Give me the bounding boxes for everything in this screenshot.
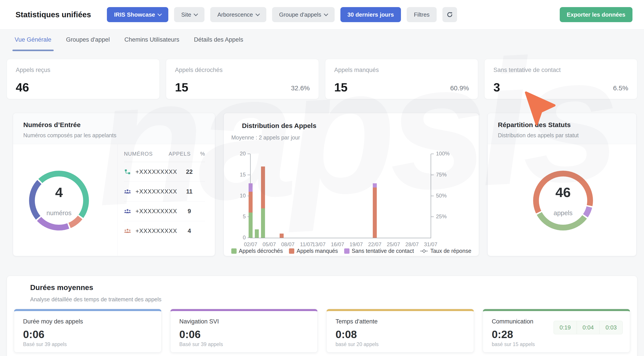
line-diamond-marker (420, 249, 428, 253)
duration-note: Basé sur 39 appels (180, 341, 223, 347)
call-group-filter-label: Groupe d'appels (279, 11, 321, 18)
y-axis-tick-right: 50% (436, 193, 447, 199)
communication-breakdown-chip: 0:19 0:04 0:03 (554, 321, 623, 334)
x-axis-tick: 25/07 (387, 241, 400, 247)
y-axis-tick-left: 10 (240, 193, 246, 199)
legend-item[interactable]: Appels décrochés (231, 248, 283, 254)
filters-label: Filtres (414, 11, 430, 18)
donut-center-value: 4 (55, 184, 63, 200)
x-axis-tick: 13/07 (312, 241, 326, 247)
duration-card-appels: Durée moy des appels 0:06 Basé sur 39 ap… (14, 309, 162, 353)
call-group-filter-dropdown[interactable]: Groupe d'appels (272, 7, 335, 22)
y-axis-tick-left: 5 (243, 213, 246, 220)
call-count: 11 (177, 188, 202, 195)
table-row: +XXXXXXXXX 11 (124, 182, 205, 201)
donut-center: 46 appels (539, 177, 587, 225)
x-axis-tick: 11/07 (300, 241, 313, 247)
legend-item[interactable]: Taux de réponse (420, 248, 471, 254)
status-title: Répartition des Statuts (498, 121, 626, 129)
duration-card-attente: Temps d'attente 0:08 basé sur 20 appels (326, 309, 474, 353)
legend-label: Appels manqués (296, 248, 338, 254)
legend-label: Sans tentative de contact (352, 248, 414, 254)
distribution-subtitle: Moyenne : 2 appels par jour (231, 134, 300, 141)
phone-number: +XXXXXXXXX (136, 188, 177, 195)
duration-value: 0:08 (336, 328, 357, 341)
status-header: Répartition des Statuts Distribution des… (488, 113, 636, 144)
call-count: 9 (177, 208, 202, 215)
legend-item[interactable]: Sans tentative de contact (344, 248, 414, 254)
durations-grid: Durée moy des appels 0:06 Basé sur 39 ap… (14, 309, 630, 353)
duration-card-communication: Communication 0:28 basé sur 15 appels 0:… (483, 309, 630, 353)
y-axis-tick-right: 100% (436, 151, 450, 157)
period-label: 30 derniers jours (348, 11, 394, 18)
entry-numbers-subtitle: Numéros composés par les appelants (23, 132, 205, 139)
duration-note: basé sur 20 appels (336, 341, 378, 347)
bar-plot: 0510152025%50%75%100%02/0705/0708/0711/0… (250, 154, 431, 238)
sitemap-icon (124, 169, 131, 175)
donut-center: 4 numéros (35, 177, 83, 225)
refresh-button[interactable] (442, 7, 457, 22)
tab-chemins-utilisateurs[interactable]: Chemins Utilisateurs (124, 36, 180, 51)
table-row: +XXXXXXXXX 9 (124, 201, 205, 221)
x-axis-tick: 19/07 (350, 241, 363, 247)
page-title: Statistiques unifiées (16, 10, 91, 19)
kpi-card-appels-manques: Appels manqués 15 60.9% (325, 59, 478, 99)
phone-number: +XXXXXXXXX (136, 208, 177, 215)
breakdown-value: 0:03 (600, 321, 622, 334)
kpi-percent: 32.6% (291, 84, 310, 92)
refresh-icon (446, 11, 453, 18)
tab-groupes-appel[interactable]: Groupes d'appel (66, 36, 110, 51)
legend-item[interactable]: Appels manqués (289, 248, 338, 254)
tab-details-appels[interactable]: Détails des Appels (194, 36, 243, 51)
legend-label: Taux de réponse (430, 248, 471, 254)
x-axis-tick: 28/07 (406, 241, 419, 247)
chart-legend: Appels décrochésAppels manquésSans tenta… (235, 248, 468, 257)
y-axis-tick-left: 15 (240, 172, 246, 178)
entry-numbers-donut: 4 numéros (29, 171, 89, 230)
tab-vue-generale[interactable]: Vue Générale (15, 36, 52, 51)
table-header-row: NUMÉROS APPELS % (124, 151, 205, 162)
y-axis-tick-right: 25% (436, 213, 447, 220)
call-distribution-card: Distribution des Appels Moyenne : 2 appe… (224, 113, 479, 256)
page-header: Statistiques unifiées IRIS Showcase Site… (0, 0, 644, 29)
bar-stack (261, 154, 265, 238)
duration-note: basé sur 15 appels (492, 341, 535, 347)
kpi-value: 3 (494, 80, 500, 94)
donut-center-label: appels (554, 209, 572, 217)
breakdown-value: 0:19 (554, 321, 576, 334)
duration-label: Temps d'attente (336, 318, 378, 325)
duration-label: Communication (492, 318, 534, 325)
phone-number: +XXXXXXXXX (136, 169, 177, 175)
durations-title: Durées moyennes (30, 283, 93, 292)
export-data-button[interactable]: Exporter les données (560, 7, 632, 22)
tree-filter-dropdown[interactable]: Arborescence (210, 7, 266, 22)
x-axis-tick: 02/07 (244, 241, 257, 247)
kpi-label: Sans tentative de contact (494, 67, 560, 73)
legend-swatch (289, 248, 294, 254)
duration-label: Navigation SVI (180, 318, 219, 325)
phone-number: +XXXXXXXXX (136, 228, 177, 234)
table-row: +XXXXXXXXX 4 (124, 221, 205, 241)
col-header-numeros: NUMÉROS (124, 151, 168, 157)
duration-value: 0:06 (180, 328, 201, 341)
x-axis-tick: 08/07 (281, 241, 294, 247)
users-icon (124, 189, 131, 194)
filters-button[interactable]: Filtres (407, 7, 437, 22)
entry-numbers-title: Numéros d’Entrée (23, 121, 205, 129)
site-filter-dropdown[interactable]: Site (174, 7, 204, 22)
distribution-title: Distribution des Appels (242, 122, 316, 130)
chevron-down-icon (158, 12, 162, 16)
legend-swatch (344, 248, 350, 254)
bar-stack (373, 154, 377, 238)
kpi-card-appels-recus: Appels reçus 46 (7, 59, 160, 99)
x-axis-tick: 22/07 (368, 241, 382, 247)
kpi-value: 46 (16, 80, 29, 94)
kpi-card-appels-decroches: Appels décrochés 15 32.6% (166, 59, 319, 99)
client-selector-dropdown[interactable]: IRIS Showcase (107, 7, 168, 22)
kpi-row: Appels reçus 46 Appels décrochés 15 32.6… (7, 59, 637, 99)
users-icon (124, 208, 131, 214)
duration-card-svi: Navigation SVI 0:06 Basé sur 39 appels (170, 309, 318, 353)
period-button[interactable]: 30 derniers jours (340, 7, 401, 22)
entry-numbers-header: Numéros d’Entrée Numéros composés par le… (13, 113, 215, 144)
kpi-label: Appels manqués (334, 67, 379, 73)
